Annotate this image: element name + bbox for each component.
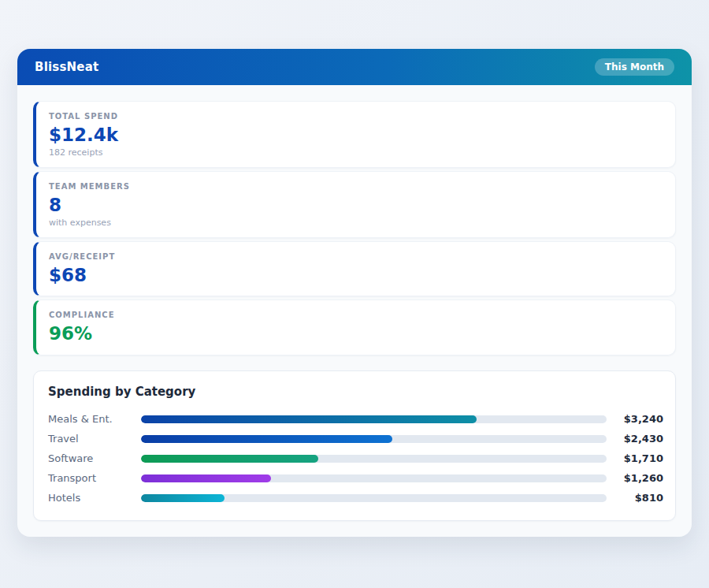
bar-fill-transport [141, 474, 271, 482]
bar-track [141, 474, 607, 482]
stat-value: $68 [49, 264, 663, 287]
category-row-hotels: Hotels $810 [48, 488, 663, 508]
bar-track [141, 455, 607, 463]
spending-by-category-card: Spending by Category Meals & Ent. $3,240… [33, 370, 676, 521]
category-row-transport: Transport $1,260 [48, 468, 663, 488]
category-value: $1,260 [614, 472, 663, 484]
stat-value: $12.4k [49, 124, 663, 147]
app-header: BlissNeat This Month [17, 49, 692, 85]
category-label: Software [48, 452, 141, 464]
bar-track [141, 415, 607, 423]
bar-track [141, 494, 607, 502]
stat-label: AVG/RECEIPT [49, 252, 663, 261]
stat-value: 8 [49, 194, 663, 217]
category-value: $810 [614, 492, 663, 504]
stat-card-compliance: COMPLIANCE 96% [33, 300, 676, 355]
stat-value: 96% [49, 322, 663, 345]
category-label: Travel [48, 433, 141, 445]
bar-track [141, 435, 607, 443]
app-panel: BlissNeat This Month TOTAL SPEND $12.4k … [17, 49, 692, 537]
stat-card-avg-receipt: AVG/RECEIPT $68 [33, 241, 676, 297]
category-label: Meals & Ent. [48, 413, 141, 425]
page: { "header": { "app_name": "BlissNeat", "… [0, 0, 709, 588]
stat-card-total-spend: TOTAL SPEND $12.4k 182 receipts [33, 101, 676, 168]
category-value: $2,430 [614, 433, 663, 445]
bar-fill-meals [141, 415, 477, 423]
app-title: BlissNeat [35, 60, 98, 74]
category-row-software: Software $1,710 [48, 448, 663, 468]
category-label: Transport [48, 472, 141, 484]
bar-fill-software [141, 455, 318, 463]
stat-card-team-members: TEAM MEMBERS 8 with expenses [33, 171, 676, 238]
section-title: Spending by Category [48, 385, 663, 399]
category-row-travel: Travel $2,430 [48, 429, 663, 448]
stat-sub: with expenses [49, 218, 663, 228]
stat-sub: 182 receipts [49, 147, 663, 158]
category-value: $1,710 [614, 452, 663, 464]
period-badge[interactable]: This Month [595, 58, 674, 76]
dashboard-content: TOTAL SPEND $12.4k 182 receipts TEAM MEM… [17, 85, 692, 537]
category-row-meals: Meals & Ent. $3,240 [48, 409, 663, 429]
stat-label: COMPLIANCE [49, 311, 663, 319]
category-label: Hotels [48, 492, 141, 504]
stat-label: TEAM MEMBERS [49, 182, 663, 191]
bar-fill-travel [141, 435, 392, 443]
bar-fill-hotels [141, 494, 225, 502]
category-value: $3,240 [614, 413, 663, 425]
stat-label: TOTAL SPEND [49, 112, 663, 121]
